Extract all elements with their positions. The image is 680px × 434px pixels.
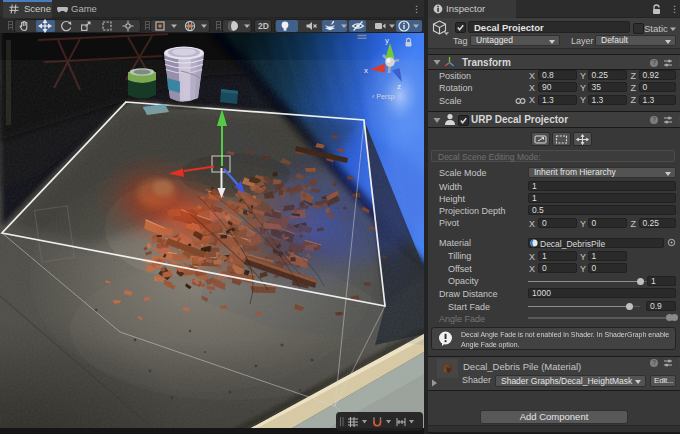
svg-text:z: z [397, 82, 401, 91]
svg-text:?: ? [652, 116, 656, 123]
svg-text:x: x [364, 66, 368, 75]
svg-text:?: ? [652, 59, 656, 66]
svg-text:y: y [385, 36, 389, 45]
svg-text:?: ? [652, 359, 656, 366]
svg-text:‹ Persp: ‹ Persp [372, 93, 395, 101]
